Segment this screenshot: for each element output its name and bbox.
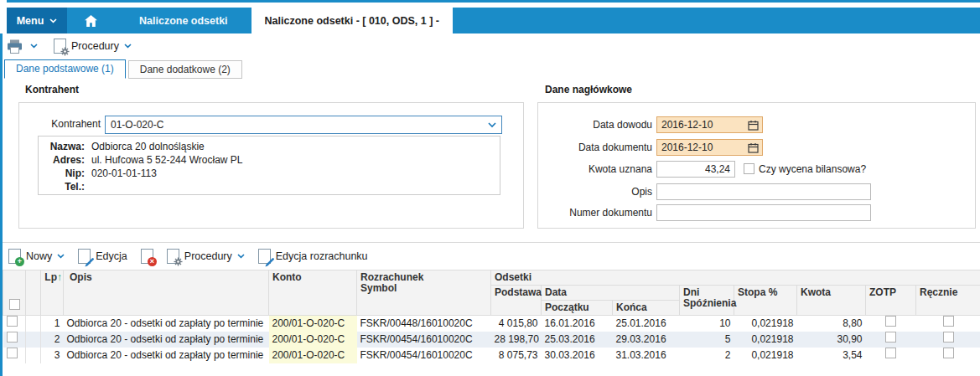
top-navigation-bar: Menu Naliczone odsetki Naliczone odsetki…: [7, 8, 980, 33]
cell-zotp: [866, 348, 916, 363]
cell-lp: 1: [41, 316, 64, 332]
select-all-checkbox[interactable]: [9, 299, 20, 310]
kontrahent-combobox[interactable]: 01-O-020-C: [105, 116, 502, 134]
zotp-checkbox[interactable]: [885, 348, 896, 358]
cell-poczatku: 25.03.2016: [542, 332, 613, 348]
cell-opis: Odbiorca 20 - odsetki od zapłaty po term…: [64, 316, 269, 332]
kontrahent-combobox-chevron-icon: [488, 122, 501, 128]
procedury-grid-button[interactable]: Procedury: [167, 249, 245, 264]
tab-dane-podstawowe[interactable]: Dane podstawowe (1): [4, 59, 126, 79]
column-header-dni-spoznienia[interactable]: Dni Spóźnienia: [680, 286, 734, 316]
edycja-rozrachunku-button[interactable]: Edycja rozrachunku: [258, 249, 368, 264]
recznie-checkbox[interactable]: [943, 348, 954, 358]
window-tab-naliczone-odsetki[interactable]: Naliczone odsetki: [126, 8, 241, 33]
calendar-icon[interactable]: [748, 142, 762, 153]
adres-label: Adres:: [39, 153, 85, 167]
row-handle: [26, 332, 41, 348]
cell-stopa: 0,021918: [734, 316, 797, 332]
column-header-podstawa[interactable]: Podstawa: [491, 286, 542, 316]
symbol-header-label: Symbol: [360, 283, 487, 294]
procedury-top-chevron-icon: [124, 44, 132, 49]
menu-label: Menu: [17, 15, 44, 27]
cell-konto: 200/01-O-020-C: [269, 316, 357, 332]
nowy-button[interactable]: + Nowy: [8, 249, 65, 264]
adres-value: ul. Hufcowa 5 52-244 Wrocław PL: [85, 153, 243, 167]
opis-field[interactable]: [656, 183, 871, 200]
column-header-konca[interactable]: Końca: [613, 301, 680, 316]
window-tab-naliczone-odsetki-document[interactable]: Naliczone odsetki - [ 010, ODS, 1 ] -: [251, 8, 453, 33]
row-checkbox[interactable]: [7, 316, 18, 327]
menu-button[interactable]: Menu: [7, 8, 67, 33]
row-checkbox[interactable]: [7, 348, 18, 358]
column-group-odsetki: Odsetki: [491, 270, 980, 286]
cell-konto: 200/01-O-020-C: [269, 348, 357, 363]
cell-poczatku: 30.03.2016: [542, 348, 613, 363]
kontrahent-info-box: Nazwa: Odbiorca 20 dolnośląskie Adres: u…: [38, 136, 500, 195]
print-icon[interactable]: [7, 39, 23, 54]
top-edge-strip: [7, 0, 980, 3]
cell-kwota: 8,80: [797, 316, 866, 332]
cell-symbol: FSKR/00454/16010020C: [357, 348, 491, 363]
cell-recznie: [916, 332, 980, 348]
cell-podstawa: 8 075,73: [491, 348, 542, 363]
cell-zotp: [866, 316, 916, 332]
edycja-rozrachunku-label: Edycja rozrachunku: [276, 250, 368, 262]
cell-konto: 200/01-O-020-C: [269, 332, 357, 348]
data-dokumentu-field[interactable]: 2016-12-10: [656, 139, 763, 156]
wycena-bilansowa-checkbox[interactable]: [744, 163, 754, 174]
numer-dokumentu-field[interactable]: [656, 204, 871, 221]
column-header-konto[interactable]: Konto: [269, 270, 357, 316]
lp-header-label: Lp: [44, 271, 57, 283]
kwota-uznana-label: Kwota uznana: [541, 163, 652, 175]
table-row[interactable]: 3 Odbiorca 20 - odsetki od zapłaty po te…: [3, 348, 980, 363]
nazwa-value: Odbiorca 20 dolnośląskie: [85, 140, 205, 153]
data-dowodu-label: Data dowodu: [541, 119, 652, 131]
data-dowodu-field[interactable]: 2016-12-10: [656, 116, 763, 133]
column-header-rozrachunek[interactable]: Rozrachunek Symbol: [357, 270, 491, 316]
column-header-kwota[interactable]: Kwota: [797, 286, 866, 316]
cell-konca: 31.03.2016: [613, 348, 680, 363]
cell-zotp: [866, 332, 916, 348]
naglowek-group-title: Dane nagłówkowe: [545, 84, 632, 95]
tab-dane-dodatkowe[interactable]: Dane dodatkowe (2): [128, 60, 242, 79]
calendar-icon[interactable]: [748, 120, 762, 131]
cell-lp: 3: [41, 348, 64, 363]
procedury-top-button[interactable]: Procedury: [54, 39, 132, 54]
sort-ascending-icon: ↑: [57, 271, 62, 283]
column-header-recznie[interactable]: Ręcznie: [916, 286, 980, 316]
cell-stopa: 0,021918: [734, 348, 797, 363]
column-header-zotp[interactable]: ZOTP: [866, 286, 916, 316]
recznie-checkbox[interactable]: [943, 316, 954, 327]
recznie-checkbox[interactable]: [943, 332, 954, 343]
column-header-poczatku[interactable]: Początku: [542, 301, 613, 316]
column-header-stopa[interactable]: Stopa %: [734, 286, 797, 316]
cell-konca: 29.03.2016: [613, 332, 680, 348]
cell-recznie: [916, 316, 980, 332]
kwota-uznana-field[interactable]: 43,24: [656, 161, 735, 178]
edit-pencil-icon: [258, 249, 271, 264]
cell-dni: 10: [680, 316, 734, 332]
table-row[interactable]: 1 Odbiorca 20 - odsetki od zapłaty po te…: [3, 316, 980, 332]
cell-symbol: FSKR/00448/16010020C: [357, 316, 491, 332]
table-row[interactable]: 2 Odbiorca 20 - odsetki od zapłaty po te…: [3, 332, 980, 348]
home-icon[interactable]: [67, 8, 114, 33]
zotp-checkbox[interactable]: [885, 316, 896, 327]
edycja-button[interactable]: Edycja: [78, 249, 127, 264]
zotp-checkbox[interactable]: [885, 332, 896, 343]
kontrahent-field-label: Kontrahent: [25, 118, 101, 130]
tel-label: Tel.:: [39, 180, 85, 193]
edycja-label: Edycja: [96, 250, 127, 262]
cell-stopa: 0,021918: [734, 332, 797, 348]
column-header-lp[interactable]: Lp↑: [41, 270, 64, 316]
cell-opis: Odbiorca 20 - odsetki od zapłaty po term…: [64, 348, 269, 363]
nazwa-label: Nazwa:: [39, 140, 85, 153]
procedury-top-label: Procedury: [71, 40, 119, 52]
column-header-opis[interactable]: Opis: [64, 270, 269, 316]
row-handle-column-header: [26, 270, 41, 316]
row-checkbox[interactable]: [7, 332, 18, 343]
kontrahent-group-title: Kontrahent: [25, 84, 79, 95]
delete-button[interactable]: ×: [141, 249, 153, 264]
print-options-chevron-icon[interactable]: [30, 44, 38, 49]
cell-recznie: [916, 348, 980, 363]
nowy-label: Nowy: [26, 250, 52, 262]
